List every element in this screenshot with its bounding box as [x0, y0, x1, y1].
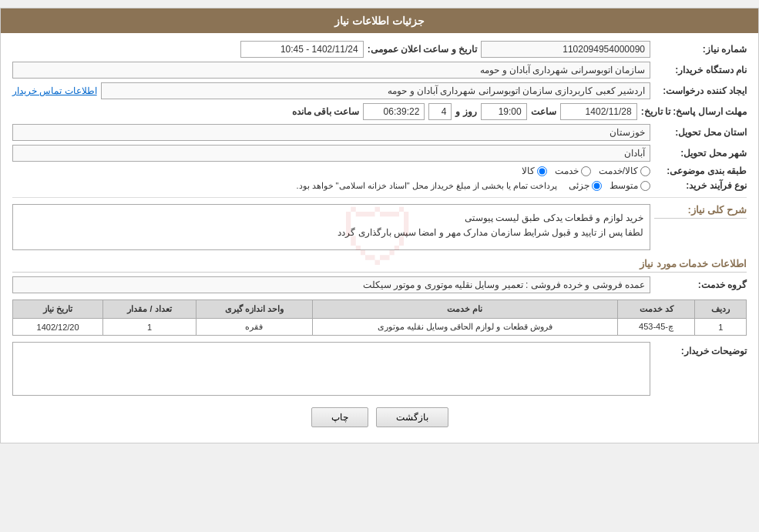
- category-radio-kala[interactable]: [537, 166, 547, 176]
- col-header-qty: تعداد / مقدار: [103, 300, 196, 319]
- service-group-value: عمده فروشی و خرده فروشی : تعمیر وسایل نق…: [12, 276, 650, 293]
- category-label-kala: کالا: [522, 166, 535, 176]
- deadline-remaining-label: ساعت باقی مانده: [292, 106, 360, 117]
- buyer-desc-label: توضیحات خریدار:: [654, 342, 747, 356]
- announce-date-group: تاریخ و ساعت اعلان عمومی: 1402/11/24 - 1…: [12, 41, 477, 58]
- cell-name-0: فروش قطعات و لوازم الحاقی وسایل نقلیه مو…: [313, 319, 618, 336]
- city-value: آبادان: [12, 145, 650, 162]
- description-line2: لطفا پس از تایید و قبول شرایط سازمان مدا…: [19, 226, 643, 240]
- description-row: شرح کلی نیاز: خرید لوازم و قطعات یدکی طب…: [12, 204, 747, 250]
- category-option-kala-khedmat[interactable]: کالا/خدمت: [599, 166, 650, 176]
- content-area: 🛡 شماره نیاز: 1102094954000090 تاریخ و س…: [1, 33, 758, 443]
- purchase-radio-jozyi[interactable]: [592, 181, 602, 191]
- description-section-title: شرح کلی نیاز:: [654, 204, 747, 219]
- deadline-date: 1402/11/28: [560, 103, 637, 120]
- deadline-days-label: روز و: [455, 106, 476, 117]
- page-header: جزئیات اطلاعات نیاز: [1, 8, 758, 33]
- announce-date-label: تاریخ و ساعت اعلان عمومی:: [368, 44, 477, 55]
- province-row: استان محل تحویل: خوزستان: [12, 124, 747, 141]
- table-row: 1 چ-45-453 فروش قطعات و لوازم الحاقی وسا…: [13, 319, 747, 336]
- deadline-remaining: 06:39:22: [363, 103, 425, 120]
- need-number-row: شماره نیاز: 1102094954000090 تاریخ و ساع…: [12, 41, 747, 58]
- service-group-row: گروه خدمت: عمده فروشی و خرده فروشی : تعم…: [12, 276, 747, 293]
- cell-date-0: 1402/12/20: [13, 319, 103, 336]
- purchase-type-radio-group: متوسط جزئی: [569, 180, 650, 191]
- category-label-kala-khedmat: کالا/خدمت: [599, 166, 638, 176]
- contact-link[interactable]: اطلاعات تماس خریدار: [12, 85, 97, 96]
- deadline-row: مهلت ارسال پاسخ: تا تاریخ: 1402/11/28 سا…: [12, 103, 747, 120]
- cell-row-0: 1: [695, 319, 747, 336]
- buyer-value: سازمان اتوبوسرانی شهرداری آبادان و حومه: [12, 62, 650, 79]
- deadline-time: 19:00: [481, 103, 527, 120]
- col-header-date: تاریخ نیاز: [13, 300, 103, 319]
- page-title: جزئیات اطلاعات نیاز: [334, 15, 425, 27]
- description-line1: خرید لوازم و قطعات یدکی طبق لیست پیوستی: [19, 211, 643, 226]
- creator-row: ایجاد کننده درخواست: اردشیر کعبی کاربردا…: [12, 82, 747, 99]
- buyer-desc-row: توضیحات خریدار:: [12, 342, 747, 396]
- col-header-row: ردیف: [695, 300, 747, 319]
- purchase-option-motavaset[interactable]: متوسط: [610, 180, 650, 191]
- buyer-row: نام دستگاه خریدار: سازمان اتوبوسرانی شهر…: [12, 62, 747, 79]
- category-radio-khedmat[interactable]: [581, 166, 591, 176]
- col-header-name: نام خدمت: [313, 300, 618, 319]
- category-row: طبقه بندی موضوعی: کالا/خدمت خدمت کالا: [12, 166, 747, 176]
- buyer-label: نام دستگاه خریدار:: [654, 65, 747, 75]
- need-number-value: 1102094954000090: [481, 41, 650, 58]
- buttons-row: بازگشت چاپ: [12, 407, 747, 427]
- print-button[interactable]: چاپ: [311, 407, 368, 427]
- purchase-option-jozyi[interactable]: جزئی: [569, 180, 602, 191]
- category-radio-group: کالا/خدمت خدمت کالا: [522, 166, 650, 176]
- deadline-label: مهلت ارسال پاسخ: تا تاریخ:: [641, 106, 747, 117]
- purchase-note: پرداخت تمام یا بخشی از مبلغ خریداز محل "…: [296, 181, 557, 191]
- services-section-title: اطلاعات خدمات مورد نیاز: [12, 258, 747, 273]
- need-number-label: شماره نیاز:: [654, 44, 747, 55]
- cell-qty-0: 1: [103, 319, 196, 336]
- city-label: شهر محل تحویل:: [654, 148, 747, 159]
- purchase-type-row: نوع فرآیند خرید: متوسط جزئی پرداخت تمام …: [12, 180, 747, 191]
- purchase-label-motavaset: متوسط: [610, 180, 638, 191]
- creator-value: اردشیر کعبی کاربردازی سازمان اتوبوسرانی …: [101, 82, 650, 99]
- page-container: جزئیات اطلاعات نیاز 🛡 شماره نیاز: 110209…: [0, 8, 759, 443]
- creator-label: ایجاد کننده درخواست:: [654, 85, 747, 96]
- category-option-kala[interactable]: کالا: [522, 166, 547, 176]
- service-table: ردیف کد خدمت نام خدمت واحد اندازه گیری ت…: [12, 299, 747, 336]
- category-option-khedmat[interactable]: خدمت: [555, 166, 591, 176]
- category-label: طبقه بندی موضوعی:: [654, 166, 747, 176]
- category-radio-kala-khedmat[interactable]: [640, 166, 650, 176]
- purchase-label-jozyi: جزئی: [569, 180, 589, 191]
- back-button[interactable]: بازگشت: [376, 407, 448, 427]
- col-header-unit: واحد اندازه گیری: [196, 300, 312, 319]
- category-label-khedmat: خدمت: [555, 166, 579, 176]
- city-row: شهر محل تحویل: آبادان: [12, 145, 747, 162]
- announce-date-value: 1402/11/24 - 10:45: [240, 41, 364, 58]
- province-label: استان محل تحویل:: [654, 127, 747, 138]
- col-header-code: کد خدمت: [617, 300, 695, 319]
- deadline-time-label: ساعت: [531, 106, 556, 117]
- cell-code-0: چ-45-453: [617, 319, 695, 336]
- province-value: خوزستان: [12, 124, 650, 141]
- description-box: خرید لوازم و قطعات یدکی طبق لیست پیوستی …: [12, 204, 650, 250]
- purchase-radio-motavaset[interactable]: [640, 181, 650, 191]
- buyer-desc-box[interactable]: [12, 342, 650, 396]
- purchase-type-label: نوع فرآیند خرید:: [654, 180, 747, 191]
- cell-unit-0: فقره: [196, 319, 312, 336]
- deadline-days: 4: [428, 103, 452, 120]
- service-group-label: گروه خدمت:: [654, 279, 747, 290]
